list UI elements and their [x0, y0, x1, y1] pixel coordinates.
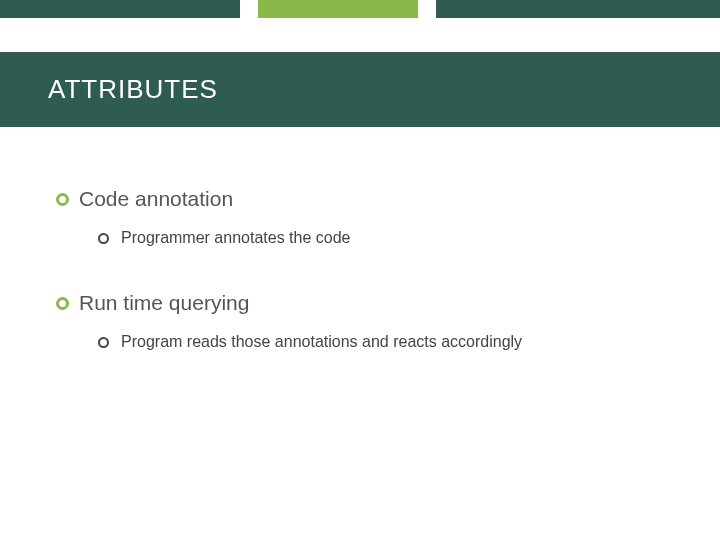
bullet-label: Run time querying: [79, 291, 249, 315]
bullet-level2: Program reads those annotations and reac…: [98, 333, 664, 351]
bullet-level2: Programmer annotates the code: [98, 229, 664, 247]
bullet-level1: Code annotation: [56, 187, 664, 211]
bullet-level1: Run time querying: [56, 291, 664, 315]
bullet-ring-icon: [56, 193, 69, 206]
bullet-ring-icon: [56, 297, 69, 310]
bullet-label: Program reads those annotations and reac…: [121, 333, 522, 351]
bullet-ring-icon: [98, 233, 109, 244]
bullet-label: Programmer annotates the code: [121, 229, 350, 247]
slide-content: Code annotation Programmer annotates the…: [0, 127, 720, 351]
decorative-top-bar: [0, 0, 720, 18]
bullet-label: Code annotation: [79, 187, 233, 211]
slide-title: ATTRIBUTES: [48, 74, 672, 105]
bullet-ring-icon: [98, 337, 109, 348]
title-band: ATTRIBUTES: [0, 52, 720, 127]
